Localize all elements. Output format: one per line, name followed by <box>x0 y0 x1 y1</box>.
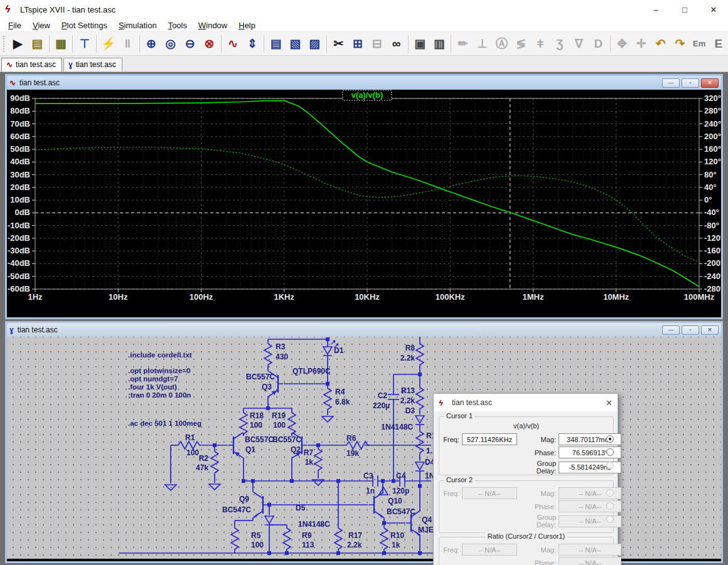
save-icon[interactable]: ▦ <box>51 34 71 53</box>
copy-icon[interactable]: ⊞ <box>348 34 367 53</box>
waveform-window-title: tian test.asc <box>19 78 60 87</box>
zoom-out-icon[interactable]: ⊖ <box>180 34 200 53</box>
y-right-label: 320° <box>704 93 721 103</box>
menu-item-window[interactable]: Window <box>193 19 233 31</box>
zoom-in-icon[interactable]: ⊕ <box>142 34 161 53</box>
cursor-dialog-titlebar[interactable]: ϟ tian test.asc ✕ <box>434 394 618 411</box>
radio-phase[interactable] <box>606 448 614 456</box>
control-panel-icon[interactable]: ⊤ <box>75 34 94 53</box>
component-label: C2 <box>378 391 388 400</box>
tile-vertical-icon[interactable]: ▧ <box>286 34 305 53</box>
run-icon[interactable]: ⚡ <box>99 34 118 53</box>
waveform-minimize-button[interactable]: — <box>662 78 680 88</box>
menu-item-simulation[interactable]: Simulation <box>113 19 163 31</box>
component-label: 1n <box>366 487 375 495</box>
y-right-label: -240° <box>704 272 721 281</box>
x-axis-label: 100Hz <box>190 292 213 302</box>
schematic-window-titlebar[interactable]: ɣ tian test.asc — ▫ ✕ <box>7 323 721 337</box>
schematic-close-button[interactable]: ✕ <box>701 325 719 335</box>
menu-item-plot-settings[interactable]: Plot Settings <box>56 19 113 31</box>
led-symbol <box>323 347 332 354</box>
wire-node <box>266 406 270 410</box>
schematic-minimize-button[interactable]: — <box>662 325 680 335</box>
y-left-label: -30dB <box>8 246 30 255</box>
y-left-label: -10dB <box>8 221 30 230</box>
undo-icon[interactable]: ↶ <box>651 34 670 53</box>
groupbox-cursor-2: Cursor 2Freq:-- N/A--Mag:-- N/A--Phase:-… <box>439 480 614 533</box>
toolbar-separator <box>96 35 97 53</box>
cursor-row-mag: Mag:-- N/A-- <box>520 544 621 556</box>
schematic-restore-button[interactable]: ▫ <box>682 325 699 335</box>
component-label: BC557C <box>245 435 274 444</box>
x-axis-label: 1Hz <box>28 292 43 302</box>
y-right-label: -160° <box>704 246 721 255</box>
y-left-label: 90dB <box>10 93 30 103</box>
npn-transistor-symbol <box>254 492 263 499</box>
x-axis-label: 10MHz <box>603 292 629 302</box>
menu-item-tools[interactable]: Tools <box>163 19 193 31</box>
resistor-symbol <box>380 526 388 551</box>
toolbar-separator <box>49 35 50 53</box>
cascade-windows-icon[interactable]: ▨ <box>305 34 324 53</box>
cursor-dialog[interactable]: ϟ tian test.asc ✕ Cursor 1v(a)/v(b)Freq:… <box>433 393 618 565</box>
open-icon[interactable]: ▤ <box>28 34 47 53</box>
close-button[interactable]: ✕ <box>699 0 728 19</box>
trace-label[interactable]: v(a)/v(b) <box>351 90 383 100</box>
inductor-icon: Ʒ <box>550 34 569 53</box>
pnp-transistor-symbol <box>233 433 243 439</box>
resistor-symbol <box>416 386 424 411</box>
cut-icon[interactable]: ✂ <box>329 34 348 53</box>
radio-mag <box>606 489 614 497</box>
y-right-label: 160° <box>704 144 721 154</box>
y-left-label: 50dB <box>10 144 30 154</box>
autorange-waveform-icon[interactable]: ∿ <box>223 34 243 53</box>
radio-phase <box>606 502 614 510</box>
minimize-button[interactable]: – <box>641 0 670 19</box>
tile-horizontal-icon[interactable]: ▤ <box>266 34 286 53</box>
menu-item-help[interactable]: Help <box>233 19 261 31</box>
menubar: FileViewPlot SettingsSimulationToolsWind… <box>0 19 728 32</box>
menu-item-view[interactable]: View <box>27 19 56 31</box>
cursor-dialog-title: tian test.asc <box>452 398 492 407</box>
redo-icon[interactable]: ↷ <box>670 34 690 53</box>
toolbar-grip <box>3 36 6 52</box>
component-label: 1k <box>305 458 314 467</box>
waveform-close-button[interactable]: ✕ <box>701 78 719 88</box>
wire-node <box>382 551 386 555</box>
toolbar-separator <box>221 35 222 53</box>
maximize-button[interactable]: □ <box>670 0 699 19</box>
edit-text-icon[interactable]: Em <box>690 34 709 53</box>
resistor-icon: ≶ <box>511 34 531 53</box>
y-left-label: -20dB <box>8 233 30 243</box>
component-label: 2.2k <box>400 354 415 362</box>
component-label: R3 <box>276 342 286 351</box>
radio-mag[interactable] <box>606 435 614 443</box>
tab-1-active[interactable]: ∿tian test.asc <box>1 58 62 71</box>
cursor-dialog-close-icon[interactable]: ✕ <box>606 398 613 408</box>
component-label: R10 <box>390 531 404 540</box>
waveform-window-titlebar[interactable]: ∿ tian test.asc — ▫ ✕ <box>7 76 721 90</box>
zoom-undo-icon[interactable]: ⊗ <box>200 34 219 53</box>
wire-node <box>418 551 422 555</box>
print-icon[interactable]: ▣ <box>410 34 430 53</box>
cursor-row-groupdelay: Group Delay:-5.5814249ns <box>520 460 621 475</box>
autorange-y-icon[interactable]: ⇕ <box>243 34 262 53</box>
find-icon[interactable]: ∞ <box>387 34 406 53</box>
menu-item-file[interactable]: File <box>3 19 27 31</box>
cursor-row-groupdelay: Group Delay:-- N/A-- <box>520 514 621 529</box>
component-label: 100 <box>273 421 286 430</box>
zoom-extents-icon[interactable]: ◎ <box>161 34 180 53</box>
waveform-restore-button[interactable]: ▫ <box>682 78 699 88</box>
component-label: Q3 <box>262 383 272 391</box>
y-left-label: 40dB <box>10 157 30 166</box>
wire-node <box>336 551 340 555</box>
tab-2-inactive[interactable]: ɣtian test.asc <box>63 58 122 71</box>
groupbox-title: Cursor 1 <box>444 412 474 420</box>
component-label: 430 <box>276 352 288 361</box>
new-schematic-icon[interactable]: ▶ <box>8 34 28 53</box>
y-right-label: 200° <box>704 132 721 141</box>
component-label: R8 <box>405 344 415 352</box>
print-preview-icon[interactable]: ▥ <box>430 34 449 53</box>
spice-directive-icon[interactable]: E <box>709 34 728 53</box>
bode-plot[interactable]: 1Hz10Hz100Hz1KHz10KHz100KHz1MHz10MHz100M… <box>7 90 721 315</box>
